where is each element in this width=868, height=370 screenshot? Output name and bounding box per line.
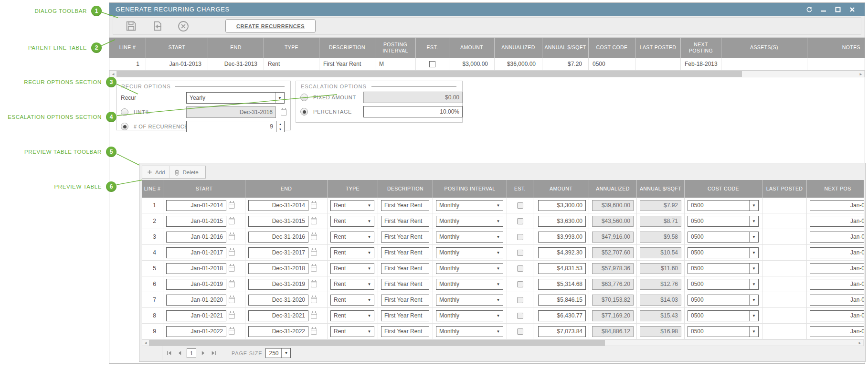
posting-interval-select[interactable]: Monthly ▼ [436, 326, 503, 337]
chevron-down-icon[interactable]: ▼ [749, 232, 758, 242]
annualized-input[interactable]: $39,600.00 [592, 200, 634, 211]
table-row[interactable]: 9 Jan-01-2022 Dec-31-2022 Rent ▼ First Y… [142, 324, 864, 339]
posting-interval-select[interactable]: Monthly ▼ [436, 216, 503, 227]
chevron-down-icon[interactable]: ▼ [494, 232, 503, 242]
chevron-down-icon[interactable]: ▼ [749, 327, 758, 337]
chevron-down-icon[interactable]: ▼ [365, 279, 374, 289]
until-radio[interactable] [121, 108, 128, 116]
start-date-input[interactable]: Jan-01-2019 [166, 279, 226, 290]
end-date-input[interactable]: Dec-31-2014 [248, 200, 308, 211]
next-posting-input[interactable]: Jan-0 [810, 232, 864, 243]
type-select[interactable]: Rent ▼ [330, 247, 374, 258]
amount-input[interactable]: $3,630.00 [538, 216, 586, 227]
type-select[interactable]: Rent ▼ [330, 326, 374, 337]
calendar-icon[interactable] [229, 265, 235, 272]
calendar-icon[interactable] [311, 328, 317, 335]
cost-code-select[interactable]: 0500 ▼ [688, 200, 759, 211]
annual-sqft-input[interactable]: $10.54 [640, 247, 681, 258]
chevron-down-icon[interactable]: ▼ [749, 264, 758, 274]
start-date-input[interactable]: Jan-01-2017 [166, 247, 226, 258]
calendar-icon[interactable] [311, 265, 317, 272]
scrollbar-thumb[interactable] [116, 71, 742, 77]
est-checkbox[interactable] [517, 250, 523, 256]
last-page-button[interactable] [210, 349, 217, 357]
end-date-input[interactable]: Dec-31-2019 [248, 279, 308, 290]
annualized-input[interactable]: $43,560.00 [592, 216, 634, 227]
table-row[interactable]: 2 Jan-01-2015 Dec-31-2015 Rent ▼ First Y… [142, 213, 864, 229]
chevron-down-icon[interactable]: ▼ [749, 201, 758, 211]
type-select[interactable]: Rent ▼ [330, 310, 374, 321]
scroll-left-icon[interactable]: ◄ [142, 340, 149, 346]
description-input[interactable]: First Year Rent [381, 200, 429, 211]
calendar-icon[interactable] [229, 297, 235, 303]
next-posting-input[interactable]: Jan-0 [810, 326, 864, 337]
chevron-down-icon[interactable]: ▼ [749, 295, 758, 305]
next-posting-input[interactable]: Jan-0 [810, 247, 864, 258]
chevron-down-icon[interactable]: ▼ [494, 216, 503, 226]
calendar-icon[interactable] [229, 281, 235, 287]
page-size-select[interactable]: 250 ▼ [265, 348, 291, 358]
amount-input[interactable]: $6,430.77 [538, 310, 586, 321]
start-date-input[interactable]: Jan-01-2020 [166, 295, 226, 306]
annual-sqft-input[interactable]: $9.58 [640, 232, 681, 243]
refresh-icon[interactable] [805, 5, 813, 13]
parent-table-hscrollbar[interactable]: ◄ ► [109, 71, 865, 77]
first-page-button[interactable] [165, 349, 173, 357]
end-date-input[interactable]: Dec-31-2022 [248, 326, 308, 337]
amount-input[interactable]: $7,073.84 [538, 326, 586, 337]
est-checkbox[interactable] [517, 202, 523, 209]
fixed-amount-input[interactable]: $0.00 [363, 92, 463, 103]
annual-sqft-input[interactable]: $7.92 [640, 200, 681, 211]
table-row[interactable]: 7 Jan-01-2020 Dec-31-2020 Rent ▼ First Y… [142, 292, 864, 308]
cost-code-select[interactable]: 0500 ▼ [688, 232, 759, 243]
annualized-input[interactable]: $57,978.36 [592, 263, 634, 274]
calendar-icon[interactable] [311, 234, 317, 240]
est-checkbox[interactable] [517, 218, 523, 224]
end-date-input[interactable]: Dec-31-2021 [248, 310, 308, 321]
table-row[interactable]: 5 Jan-01-2018 Dec-31-2018 Rent ▼ First Y… [142, 261, 864, 276]
table-row[interactable]: 1 Jan-01-2013 Dec-31-2013 Rent First Yea… [109, 58, 865, 71]
amount-input[interactable]: $5,846.15 [538, 295, 586, 306]
start-date-input[interactable]: Jan-01-2018 [166, 263, 226, 274]
until-date-input[interactable]: Dec-31-2016 [186, 106, 276, 118]
amount-input[interactable]: $5,314.68 [538, 279, 586, 290]
cancel-icon[interactable] [177, 20, 190, 32]
start-date-input[interactable]: Jan-01-2016 [166, 232, 226, 243]
end-date-input[interactable]: Dec-31-2015 [248, 216, 308, 227]
annual-sqft-input[interactable]: $11.60 [640, 263, 681, 274]
est-checkbox[interactable] [517, 313, 523, 319]
cost-code-select[interactable]: 0500 ▼ [688, 263, 759, 274]
chevron-down-icon[interactable]: ▼ [749, 311, 758, 321]
amount-input[interactable]: $3,300.00 [538, 200, 586, 211]
table-row[interactable]: 1 Jan-01-2014 Dec-31-2014 Rent ▼ First Y… [142, 198, 864, 213]
annualized-input[interactable]: $77,169.20 [592, 310, 634, 321]
chevron-down-icon[interactable]: ▼ [749, 216, 758, 226]
chevron-down-icon[interactable]: ▼ [365, 216, 374, 226]
type-select[interactable]: Rent ▼ [330, 232, 374, 243]
calendar-icon[interactable] [311, 281, 317, 287]
recur-frequency-select[interactable]: Yearly ▼ [186, 92, 285, 104]
end-date-input[interactable]: Dec-31-2018 [248, 263, 308, 274]
annualized-input[interactable]: $47,916.00 [592, 232, 634, 243]
calendar-icon[interactable] [229, 328, 235, 335]
calendar-icon[interactable] [229, 218, 235, 224]
calendar-icon[interactable] [311, 250, 317, 256]
start-date-input[interactable]: Jan-01-2015 [166, 216, 226, 227]
start-date-input[interactable]: Jan-01-2014 [166, 200, 226, 211]
chevron-down-icon[interactable]: ▼ [749, 279, 758, 289]
next-posting-input[interactable]: Jan-0 [810, 200, 864, 211]
description-input[interactable]: First Year Rent [381, 247, 429, 258]
chevron-down-icon[interactable]: ▼ [494, 201, 503, 211]
preview-table-hscrollbar[interactable]: ◄ ► [142, 339, 864, 346]
page-number-input[interactable]: 1 [187, 349, 196, 358]
next-page-button[interactable] [199, 349, 207, 357]
calendar-icon[interactable] [311, 218, 317, 224]
export-icon[interactable] [151, 20, 163, 32]
type-select[interactable]: Rent ▼ [330, 295, 374, 306]
start-date-input[interactable]: Jan-01-2022 [166, 326, 226, 337]
chevron-down-icon[interactable]: ▼ [365, 327, 374, 337]
type-select[interactable]: Rent ▼ [330, 200, 374, 211]
calendar-icon[interactable] [229, 313, 235, 319]
chevron-down-icon[interactable]: ▼ [275, 93, 284, 103]
amount-input[interactable]: $4,392.30 [538, 247, 586, 258]
